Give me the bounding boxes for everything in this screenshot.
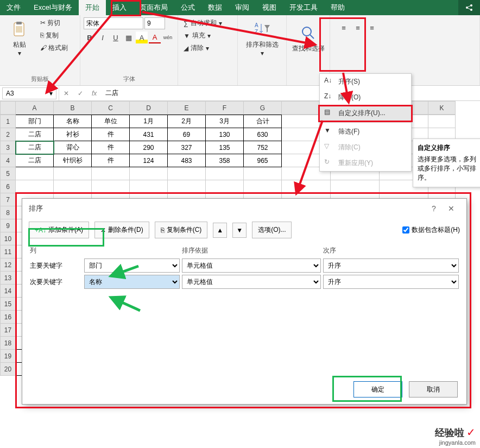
align-center-button[interactable]: ≡ bbox=[352, 22, 364, 34]
cell[interactable] bbox=[92, 180, 130, 193]
tab-help[interactable]: 帮助 bbox=[324, 0, 351, 15]
clear-button[interactable]: ◢清除 ▾ bbox=[181, 42, 234, 54]
add-level-button[interactable]: +A↓添加条件(A) bbox=[29, 222, 89, 238]
cell[interactable]: 124 bbox=[130, 154, 168, 167]
cell[interactable]: 名称 bbox=[54, 115, 92, 128]
row-header[interactable]: 5 bbox=[1, 167, 16, 180]
cell[interactable]: 合计 bbox=[244, 115, 282, 128]
tab-review[interactable]: 审阅 bbox=[229, 0, 256, 15]
cell[interactable] bbox=[92, 167, 130, 180]
cell[interactable] bbox=[130, 167, 168, 180]
primary-sorton-select[interactable]: 单元格值 bbox=[182, 258, 321, 273]
col-header[interactable]: D bbox=[130, 102, 168, 115]
fx-icon[interactable]: fx bbox=[87, 90, 101, 97]
cell[interactable]: 431 bbox=[130, 128, 168, 141]
copy-button[interactable]: ⎘ 复制 bbox=[38, 30, 70, 41]
col-header[interactable]: B bbox=[54, 102, 92, 115]
cell[interactable]: 针织衫 bbox=[54, 154, 92, 167]
row-header[interactable]: 8 bbox=[1, 206, 16, 219]
fill-button[interactable]: ▼填充 ▾ bbox=[181, 30, 234, 41]
cell[interactable]: 965 bbox=[244, 154, 282, 167]
row-header[interactable]: 15 bbox=[1, 298, 16, 311]
cell[interactable] bbox=[168, 167, 206, 180]
cell[interactable]: 358 bbox=[206, 154, 244, 167]
header-checkbox[interactable]: 数据包含标题(H) bbox=[402, 225, 460, 235]
align-right-button[interactable]: ≡ bbox=[366, 22, 378, 34]
row-header[interactable]: 7 bbox=[1, 193, 16, 206]
check-icon[interactable]: ✓ bbox=[73, 90, 87, 97]
row-header[interactable]: 17 bbox=[1, 324, 16, 337]
delete-level-button[interactable]: ✕删除条件(D) bbox=[94, 222, 149, 238]
cell[interactable]: 件 bbox=[92, 154, 130, 167]
fill-color-button[interactable]: A bbox=[136, 31, 148, 43]
row-header[interactable]: 19 bbox=[1, 350, 16, 363]
share-button[interactable] bbox=[458, 0, 480, 15]
cell[interactable]: 二店 bbox=[16, 141, 54, 154]
font-color-button[interactable]: A bbox=[149, 31, 161, 43]
col-header[interactable]: F bbox=[206, 102, 244, 115]
row-header[interactable]: 18 bbox=[1, 337, 16, 350]
cell[interactable]: 290 bbox=[130, 141, 168, 154]
tab-excel-finance[interactable]: Excel与财务 bbox=[27, 0, 79, 15]
sort-desc-item[interactable]: Z↓降序(O) bbox=[320, 90, 411, 105]
cell[interactable]: 部门 bbox=[16, 115, 54, 128]
cell[interactable] bbox=[428, 115, 456, 128]
row-header[interactable]: 1 bbox=[1, 115, 16, 128]
tab-home[interactable]: 开始 bbox=[79, 0, 106, 15]
name-box[interactable]: A3▾ bbox=[2, 87, 56, 99]
select-all-corner[interactable] bbox=[1, 102, 16, 115]
tab-insert[interactable]: 插入 bbox=[106, 0, 133, 15]
tab-formula[interactable]: 公式 bbox=[174, 0, 201, 15]
paste-button[interactable]: 粘贴 ▾ bbox=[3, 17, 36, 60]
phonetic-button[interactable]: wén bbox=[162, 31, 174, 43]
border-button[interactable]: ▦ bbox=[123, 31, 135, 43]
row-header[interactable]: 13 bbox=[1, 272, 16, 285]
row-header[interactable]: 12 bbox=[1, 258, 16, 272]
cell[interactable]: 1月 bbox=[130, 115, 168, 128]
cell[interactable]: 件 bbox=[92, 141, 130, 154]
cell[interactable]: 2月 bbox=[168, 115, 206, 128]
filter-item[interactable]: ▼筛选(F) bbox=[320, 124, 411, 140]
cell[interactable]: 483 bbox=[168, 154, 206, 167]
cell[interactable]: 二店 bbox=[16, 154, 54, 167]
row-header[interactable]: 9 bbox=[1, 219, 16, 232]
cell[interactable]: 69 bbox=[168, 128, 206, 141]
cell[interactable]: 二店 bbox=[16, 128, 54, 141]
row-header[interactable]: 14 bbox=[1, 285, 16, 298]
cancel-icon[interactable]: ✕ bbox=[59, 90, 73, 97]
align-left-button[interactable]: ≡ bbox=[338, 22, 350, 34]
cell[interactable]: 件 bbox=[92, 128, 130, 141]
cell[interactable] bbox=[244, 180, 282, 193]
cell[interactable] bbox=[54, 180, 92, 193]
row-header[interactable]: 2 bbox=[1, 128, 16, 141]
move-up-button[interactable]: ▲ bbox=[213, 223, 227, 238]
sort-filter-button[interactable]: AZ 排序和筛选 ▾ bbox=[246, 17, 279, 60]
bold-button[interactable]: B bbox=[84, 31, 96, 43]
underline-button[interactable]: U bbox=[110, 31, 122, 43]
cell[interactable] bbox=[206, 167, 244, 180]
cell[interactable]: 135 bbox=[206, 141, 244, 154]
cancel-button[interactable]: 取消 bbox=[409, 381, 458, 397]
row-header[interactable]: 3 bbox=[1, 141, 16, 154]
col-header[interactable]: G bbox=[244, 102, 282, 115]
cell[interactable] bbox=[206, 180, 244, 193]
row-header[interactable]: 20 bbox=[1, 363, 16, 376]
italic-button[interactable]: I bbox=[97, 31, 109, 43]
sort-asc-item[interactable]: A↓升序(S) bbox=[320, 74, 411, 90]
cell[interactable] bbox=[282, 180, 331, 193]
cell[interactable]: 3月 bbox=[206, 115, 244, 128]
cell[interactable]: 单位 bbox=[92, 115, 130, 128]
primary-column-select[interactable]: 部门 bbox=[84, 258, 180, 273]
close-button[interactable]: ✕ bbox=[443, 204, 460, 213]
col-header[interactable]: K bbox=[428, 102, 456, 115]
cell[interactable] bbox=[16, 180, 54, 193]
tab-dev[interactable]: 开发工具 bbox=[283, 0, 324, 15]
cell[interactable]: 衬衫 bbox=[54, 128, 92, 141]
formula-content[interactable]: 二店 bbox=[101, 89, 123, 98]
cell[interactable]: 630 bbox=[244, 128, 282, 141]
cell[interactable]: 背心 bbox=[54, 141, 92, 154]
cell[interactable] bbox=[54, 167, 92, 180]
move-down-button[interactable]: ▼ bbox=[232, 223, 247, 238]
tab-data[interactable]: 数据 bbox=[201, 0, 229, 15]
row-header[interactable]: 4 bbox=[1, 154, 16, 167]
